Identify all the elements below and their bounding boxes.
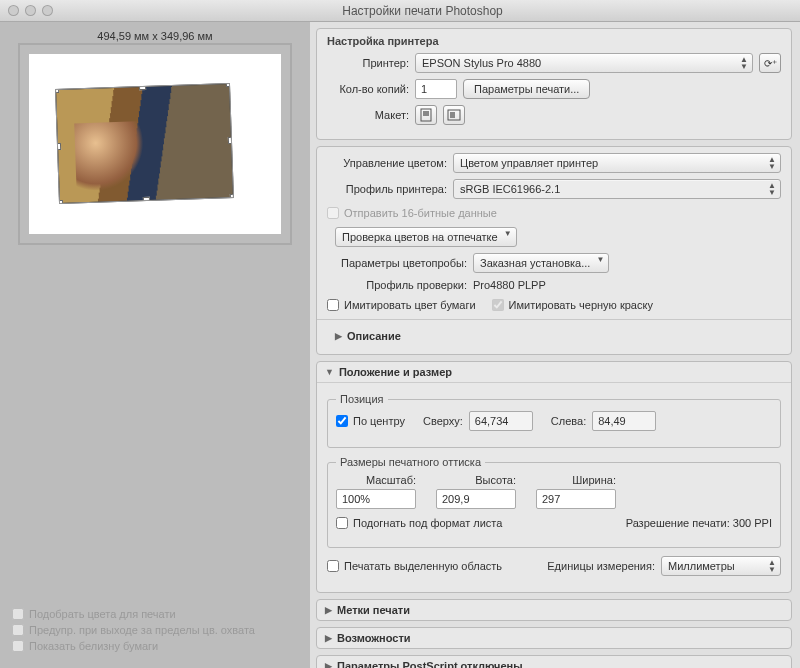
chevron-updown-icon: ▲▼ [768,182,776,196]
proof-params-select[interactable]: Заказная установка... ▼ [473,253,609,273]
paper-white-check: Показать белизну бумаги [12,638,298,654]
triangle-right-icon: ▶ [335,331,342,341]
print-marks-section: ▶ Метки печати [316,599,792,621]
copies-input[interactable]: 1 [415,79,457,99]
paper-white-checkbox [12,640,24,652]
send-16bit-checkbox [327,207,339,219]
triangle-right-icon: ▶ [325,661,332,668]
chevron-down-icon: ▼ [596,256,604,263]
chevron-updown-icon: ▲▼ [768,156,776,170]
triangle-down-icon: ▼ [325,367,334,377]
position-fieldset: Позиция По центру Сверху: 64,734 Слева: … [327,393,781,448]
simulate-paper-check[interactable]: Имитировать цвет бумаги [327,297,476,313]
match-print-colors-check: Подобрать цвета для печати [12,606,298,622]
close-icon[interactable] [8,5,19,16]
simulate-black-check: Имитировать черную краску [492,297,653,313]
units-select[interactable]: Миллиметры ▲▼ [661,556,781,576]
zoom-icon[interactable] [42,5,53,16]
window-controls[interactable] [8,5,53,16]
postscript-section: ▶ Параметры PostScript отключены [316,655,792,668]
printer-label: Принтер: [327,57,409,69]
print-preview-paper [19,44,291,244]
proof-params-label: Параметры цветопробы: [327,257,467,269]
portrait-icon [420,108,432,122]
print-resolution-label: Разрешение печати: 300 PPI [626,517,772,529]
scaled-size-fieldset: Размеры печатного оттиска Масштаб: 100% … [327,456,781,548]
printer-profile-select: sRGB IEC61966-2.1 ▲▼ [453,179,781,199]
proof-profile-value: Pro4880 PLPP [473,279,546,291]
layout-label: Макет: [327,109,409,121]
scale-label: Масштаб: [336,474,416,486]
printer-setup-panel: Настройка принтера Принтер: EPSON Stylus… [316,28,792,140]
send-16bit-check: Отправить 16-битные данные [327,205,781,221]
width-label: Ширина: [536,474,616,486]
fit-media-check[interactable]: Подогнать под формат листа [336,515,502,531]
print-selected-checkbox[interactable] [327,560,339,572]
window-title: Настройки печати Photoshop [53,4,792,18]
titlebar: Настройки печати Photoshop [0,0,800,22]
match-print-colors-checkbox [12,608,24,620]
printer-profile-label: Профиль принтера: [327,183,447,195]
preview-dimensions: 494,59 мм x 349,96 мм [10,30,300,42]
center-check[interactable]: По центру [336,413,405,429]
fit-media-checkbox[interactable] [336,517,348,529]
center-checkbox[interactable] [336,415,348,427]
scale-input[interactable]: 100% [336,489,416,509]
functions-section: ▶ Возможности [316,627,792,649]
landscape-icon [447,109,461,121]
proof-colors-select[interactable]: Проверка цветов на отпечатке ▼ [335,227,517,247]
svg-rect-3 [450,112,455,118]
height-input[interactable]: 209,9 [436,489,516,509]
functions-header[interactable]: ▶ Возможности [317,628,791,648]
layout-landscape-button[interactable] [443,105,465,125]
gamut-warning-checkbox [12,624,24,636]
gamut-warning-check: Предупр. при выходе за пределы цв. охват… [12,622,298,638]
height-label: Высота: [436,474,516,486]
description-section-header[interactable]: ▶ Описание [327,326,781,346]
left-label: Слева: [551,415,586,427]
triangle-right-icon: ▶ [325,605,332,615]
triangle-right-icon: ▶ [325,633,332,643]
minimize-icon[interactable] [25,5,36,16]
postscript-header[interactable]: ▶ Параметры PostScript отключены [317,656,791,668]
print-selected-check[interactable]: Печатать выделенную область [327,558,502,574]
color-management-panel: Управление цветом: Цветом управляет прин… [316,146,792,355]
color-handling-label: Управление цветом: [327,157,447,169]
position-size-header[interactable]: ▼ Положение и размер [317,362,791,383]
chevron-updown-icon: ▲▼ [740,56,748,70]
simulate-black-checkbox [492,299,504,311]
svg-rect-1 [423,111,429,116]
color-handling-select[interactable]: Цветом управляет принтер ▲▼ [453,153,781,173]
print-settings-button[interactable]: Параметры печати... [463,79,590,99]
printer-select[interactable]: EPSON Stylus Pro 4880 ▲▼ [415,53,753,73]
position-size-section: ▼ Положение и размер Позиция По центру С… [316,361,792,593]
layout-portrait-button[interactable] [415,105,437,125]
proof-profile-label: Профиль проверки: [327,279,467,291]
preview-image[interactable] [55,83,234,204]
settings-pane: Настройка принтера Принтер: EPSON Stylus… [310,22,800,668]
chevron-down-icon: ▼ [504,230,512,237]
simulate-paper-checkbox[interactable] [327,299,339,311]
preview-pane: 494,59 мм x 349,96 мм [0,22,310,668]
printer-setup-header: Настройка принтера [327,35,781,47]
chevron-updown-icon: ▲▼ [768,559,776,573]
printer-refresh-button[interactable]: ⟳⁺ [759,53,781,73]
top-input: 64,734 [469,411,533,431]
copies-label: Кол-во копий: [327,83,409,95]
top-label: Сверху: [423,415,463,427]
left-input: 84,49 [592,411,656,431]
width-input[interactable]: 297 [536,489,616,509]
print-marks-header[interactable]: ▶ Метки печати [317,600,791,620]
units-label: Единицы измерения: [547,560,655,572]
